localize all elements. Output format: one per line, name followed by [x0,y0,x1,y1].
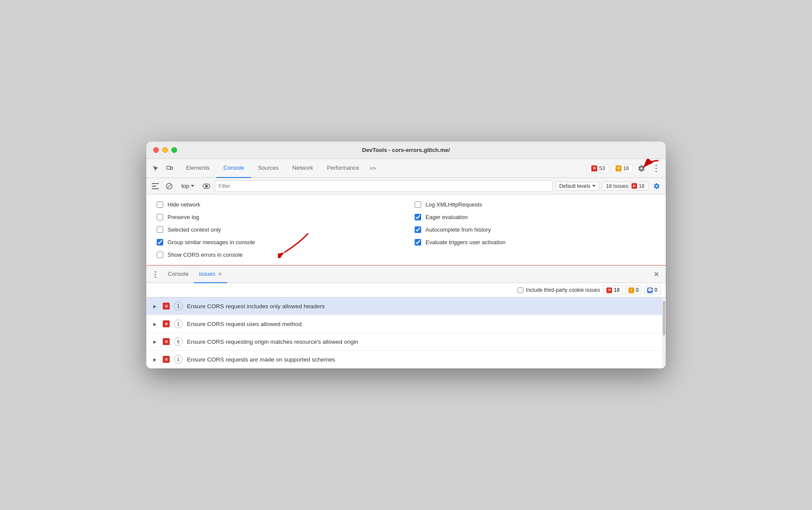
svg-point-15 [155,274,156,275]
eye-icon[interactable] [201,181,212,192]
info-badge-icon: 💬 [647,287,653,293]
issue-row[interactable]: ▶ ✕ 6 Ensure CORS requesting origin matc… [146,333,666,351]
tab-issues-bottom[interactable]: Issues ✕ [194,266,228,283]
console-settings-icon[interactable] [651,181,662,192]
tab-sources[interactable]: Sources [251,159,286,178]
svg-point-3 [656,165,657,166]
devtools-window: DevTools - cors-errors.glitch.me/ [146,142,666,368]
issue-list-container: ▶ ✕ 1 Ensure CORS request includes only … [146,297,666,368]
info-count-badge-issues: 💬 0 [644,286,661,294]
log-xhr-checkbox[interactable]: Log XMLHttpRequests [415,201,655,208]
more-tabs-button[interactable]: >> [366,165,380,171]
minimize-button[interactable] [162,147,168,153]
issue-count-circle: 1 [174,355,183,364]
issues-count-display[interactable]: 18 Issues: ✕ 18 [602,182,648,190]
issues-error-icon: ✕ [632,183,637,189]
evaluate-triggers-checkbox[interactable]: Evaluate triggers user activation [415,239,655,245]
issue-count-circle: 6 [174,337,183,346]
maximize-button[interactable] [171,147,177,153]
block-icon[interactable] [164,181,175,192]
tab-elements[interactable]: Elements [179,159,216,178]
autocomplete-checkbox[interactable]: Autocomplete from history [415,226,655,233]
warn-badge-icon: ! [628,287,634,293]
svg-rect-0 [167,166,171,169]
svg-rect-8 [152,188,159,189]
settings-right-column: Log XMLHttpRequests Eager evaluation Aut… [415,201,655,258]
svg-point-16 [155,276,156,278]
hide-network-checkbox[interactable]: Hide network [157,201,397,208]
error-badge-icon: ✕ [606,287,612,293]
settings-grid: Hide network Preserve log Selected conte… [157,201,655,258]
issues-tab-close-icon[interactable]: ✕ [218,271,222,277]
issues-filter-bar: Include third-party cookie issues ✕ 18 !… [146,283,666,297]
error-count-badge[interactable]: ✕ 53 [587,164,609,173]
sidebar-toggle-icon[interactable] [150,181,161,192]
issue-count-circle: 1 [174,320,183,328]
bottom-tab-bar: Console Issues ✕ ✕ [146,266,666,283]
svg-line-10 [167,184,171,188]
bottom-panel: Console Issues ✕ ✕ Include third-party c… [146,266,666,368]
tab-bar-end: ✕ 53 ✕ 18 [587,162,662,174]
error-count-badge-issues: ✕ 18 [603,286,622,294]
issue-row[interactable]: ▶ ✕ 1 Ensure CORS request uses allowed m… [146,315,666,333]
issue-error-icon: ✕ [163,320,170,327]
warn-icon: ✕ [615,165,622,171]
svg-rect-7 [152,186,156,187]
third-party-checkbox[interactable]: Include third-party cookie issues [518,287,600,293]
show-cors-checkbox[interactable]: Show CORS errors in console [157,252,397,258]
issues-counts: ✕ 18 ! 0 💬 0 [603,286,661,294]
group-similar-checkbox[interactable]: Group similar messages in console [157,239,397,245]
issue-error-icon: ✕ [163,356,170,363]
device-icon[interactable] [164,162,176,174]
issue-error-icon: ✕ [163,338,170,345]
tab-console-bottom[interactable]: Console [163,266,194,283]
expand-arrow-icon: ▶ [153,322,158,326]
expand-arrow-icon: ▶ [153,304,158,309]
more-options-dots-icon[interactable] [150,269,161,280]
issue-count-circle: 1 [174,302,183,310]
svg-point-12 [206,185,208,187]
issue-row[interactable]: ▶ ✕ 1 Ensure CORS request includes only … [146,297,666,315]
devtools-body: Elements Console Sources Network Perform… [146,159,666,368]
panel-close-icon[interactable]: ✕ [650,268,662,281]
window-title: DevTools - cors-errors.glitch.me/ [362,147,450,153]
issue-row[interactable]: ▶ ✕ 1 Ensure CORS requests are made on s… [146,351,666,368]
issue-list: ▶ ✕ 1 Ensure CORS request includes only … [146,297,666,368]
expand-arrow-icon: ▶ [153,339,158,344]
tab-bar-icons [150,162,176,174]
preserve-log-checkbox[interactable]: Preserve log [157,214,397,220]
error-icon: ✕ [591,165,597,171]
tab-performance[interactable]: Performance [320,159,366,178]
tab-network[interactable]: Network [286,159,320,178]
tab-console[interactable]: Console [216,159,251,178]
cursor-icon[interactable] [150,162,162,174]
warn-count-badge-issues: ! 0 [625,286,642,294]
svg-point-14 [155,271,156,272]
close-button[interactable] [153,147,159,153]
issue-error-icon: ✕ [163,303,170,310]
warn-count-badge[interactable]: ✕ 18 [612,164,633,173]
settings-gear-icon[interactable] [635,162,648,174]
scrollbar-thumb[interactable] [663,301,665,336]
settings-left-column: Hide network Preserve log Selected conte… [157,201,397,258]
bottom-tab-end: ✕ [650,268,662,281]
expand-arrow-icon: ▶ [153,357,158,362]
settings-panel: Hide network Preserve log Selected conte… [146,194,666,266]
svg-rect-1 [171,167,173,169]
filter-input[interactable] [215,181,553,192]
console-toolbar: top Default levels 18 Issues: [146,178,666,194]
svg-rect-6 [152,183,159,184]
more-options-icon[interactable] [650,162,662,174]
svg-point-5 [656,171,657,172]
scrollbar[interactable] [662,297,666,368]
svg-point-4 [656,168,657,169]
context-selector[interactable]: top [177,181,198,190]
log-levels-selector[interactable]: Default levels [555,182,599,190]
title-bar: DevTools - cors-errors.glitch.me/ [146,142,666,159]
main-tab-bar: Elements Console Sources Network Perform… [146,159,666,178]
eager-eval-checkbox[interactable]: Eager evaluation [415,214,655,220]
selected-context-checkbox[interactable]: Selected context only [157,226,397,233]
traffic-lights [153,147,177,153]
